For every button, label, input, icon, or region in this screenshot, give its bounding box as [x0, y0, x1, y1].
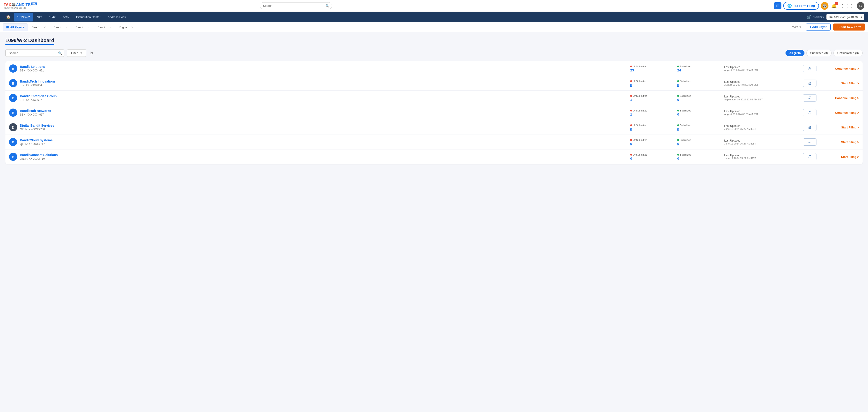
- payer-id: QIEIN: XX-XXX7719: [20, 157, 628, 160]
- pill-submitted[interactable]: Submitted (3): [806, 50, 832, 56]
- nav-item-address[interactable]: Address Book: [104, 13, 129, 22]
- dot-green-icon: [677, 154, 679, 155]
- nav-item-distribution[interactable]: Distribution Center: [73, 13, 104, 22]
- more-tabs-button[interactable]: More ▾: [789, 24, 803, 30]
- brand-avatar: 🦝: [821, 2, 829, 10]
- filter-pills-group: All (428) Submitted (3) UnSubmitted (3): [785, 50, 863, 56]
- payer-name-link[interactable]: BanditTech Innovations: [20, 80, 56, 83]
- submitted-count[interactable]: 0: [677, 142, 722, 146]
- action-link[interactable]: Start Filing >: [818, 126, 859, 129]
- grid-apps-button[interactable]: ⊞: [774, 2, 781, 9]
- last-updated: Last Updated August 29 2024 09:02 AM EST: [724, 66, 801, 71]
- tab-label-5: Digita...: [119, 26, 129, 29]
- table-row: D Digital Bandit Services QIEIN: XX-XXX7…: [5, 120, 863, 135]
- tab-close-2[interactable]: ✕: [65, 26, 68, 29]
- submitted-count[interactable]: 0: [677, 127, 722, 131]
- toolbar: 🔍 Filter ⊟ ↻ All (428) Submitted (3) UnS…: [5, 49, 863, 57]
- home-button[interactable]: 🏠: [4, 13, 13, 21]
- unsubmitted-count[interactable]: 0: [630, 156, 675, 160]
- last-updated: Last Updated June 12 2024 05:27 AM EST: [724, 124, 801, 130]
- submitted-count[interactable]: 24: [677, 68, 722, 72]
- submitted-count[interactable]: 0: [677, 98, 722, 101]
- tab-close-1[interactable]: ✕: [43, 26, 46, 29]
- apps-grid-button[interactable]: ⋮⋮⋮: [839, 2, 855, 9]
- action-link[interactable]: Continue Filing >: [818, 67, 859, 70]
- tab-bandi-3[interactable]: Bandi... ✕: [72, 24, 94, 31]
- tab-all-payers-label: All Payers: [10, 26, 24, 29]
- tab-bandi-2[interactable]: Bandi... ✕: [50, 24, 72, 31]
- submitted-count[interactable]: 0: [677, 112, 722, 116]
- payer-name-link[interactable]: Bandit Solutions: [20, 65, 45, 68]
- print-button[interactable]: 🖨: [803, 138, 816, 146]
- grid-icon: ⊞: [6, 25, 9, 29]
- print-button[interactable]: 🖨: [803, 94, 816, 101]
- nav-item-1042[interactable]: 1042: [46, 13, 59, 22]
- print-button[interactable]: 🖨: [803, 109, 816, 116]
- top-search-input[interactable]: [260, 2, 332, 9]
- action-link[interactable]: Start Filing >: [818, 82, 859, 85]
- unsubmitted-count[interactable]: 1: [630, 112, 675, 116]
- tab-bandi-4[interactable]: Bandi... ✕: [94, 24, 116, 31]
- print-button[interactable]: 🖨: [803, 124, 816, 131]
- pill-all[interactable]: All (428): [785, 50, 805, 56]
- nav-item-aca[interactable]: ACA: [60, 13, 72, 22]
- payer-name-link[interactable]: BanditCloud Systems: [20, 138, 53, 142]
- unsubmitted-count[interactable]: 0: [630, 142, 675, 146]
- print-button[interactable]: 🖨: [803, 65, 816, 72]
- tab-close-4[interactable]: ✕: [109, 26, 112, 29]
- avatar: B: [9, 94, 17, 102]
- dot-red-icon: [630, 139, 632, 141]
- start-new-form-button[interactable]: + Start New Form: [833, 24, 865, 31]
- print-button[interactable]: 🖨: [803, 153, 816, 160]
- filter-button[interactable]: Filter ⊟: [67, 49, 86, 57]
- submitted-count[interactable]: 0: [677, 156, 722, 160]
- payer-name-link[interactable]: Digital Bandit Services: [20, 124, 54, 127]
- table-row: B BanditTech Innovations EIN: XX-XXX4664…: [5, 76, 863, 91]
- avatar: B: [9, 79, 17, 87]
- refresh-button[interactable]: ↻: [89, 50, 94, 57]
- tab-all-payers[interactable]: ⊞ All Payers: [3, 23, 28, 31]
- unsubmitted-count[interactable]: 0: [630, 127, 675, 131]
- action-link[interactable]: Start Filing >: [818, 140, 859, 144]
- top-search-icon: 🔍: [326, 4, 329, 8]
- filter-label: Filter: [71, 51, 78, 55]
- tab-digita-1[interactable]: Digita... ✕: [116, 24, 137, 31]
- dot-red-icon: [630, 110, 632, 112]
- pill-unsubmitted[interactable]: UnSubmitted (3): [833, 50, 863, 56]
- search-icon: 🔍: [58, 51, 62, 55]
- nav-item-94x[interactable]: 94x: [34, 13, 45, 22]
- payer-name-link[interactable]: BanditConnect Solutions: [20, 153, 58, 157]
- unsubmitted-count[interactable]: 0: [630, 83, 675, 87]
- payer-info: BanditTech Innovations EIN: XX-XXX4664: [20, 80, 628, 87]
- submitted-status: Submitted 0: [677, 109, 722, 116]
- action-link[interactable]: Continue Filing >: [818, 111, 859, 114]
- action-link[interactable]: Start Filing >: [818, 155, 859, 158]
- user-avatar-button[interactable]: B: [857, 2, 864, 10]
- unsubmitted-count[interactable]: 1: [630, 98, 675, 101]
- tab-close-3[interactable]: ✕: [87, 26, 90, 29]
- unsubmitted-count[interactable]: 23: [630, 68, 675, 72]
- page-title: 1099/W-2 Dashboard: [5, 37, 54, 45]
- notifications-button[interactable]: 🔔 0: [830, 2, 838, 9]
- payer-name-link[interactable]: Bandit Enterprise Group: [20, 94, 57, 98]
- payer-id: EIN: XX-XXX3627: [20, 98, 628, 101]
- tab-close-5[interactable]: ✕: [131, 26, 134, 29]
- tab-label-3: Bandi...: [75, 26, 86, 29]
- action-link[interactable]: Continue Filing >: [818, 96, 859, 100]
- nav-item-1099w2[interactable]: 1099/W-2: [14, 13, 33, 22]
- tab-bandi-1[interactable]: Bandi... ✕: [28, 24, 50, 31]
- tax-year-select[interactable]: Tax Year 2023 (Current): [827, 14, 864, 20]
- add-payer-button[interactable]: + Add Payer: [806, 24, 831, 31]
- submitted-count[interactable]: 0: [677, 83, 722, 87]
- unsubmitted-status: UnSubmitted 23: [630, 65, 675, 72]
- tax-form-filing-button[interactable]: 🌐 Tax Form Filing: [783, 2, 819, 10]
- last-updated: Last Updated August 09 2024 07:23 AM EST: [724, 80, 801, 86]
- globe-icon: 🌐: [787, 4, 792, 8]
- unsubmitted-status: UnSubmitted 0: [630, 139, 675, 146]
- submitted-status: Submitted 0: [677, 139, 722, 146]
- cart-button[interactable]: 🛒 0 orders: [807, 14, 824, 20]
- payer-name-link[interactable]: BanditHub Networks: [20, 109, 51, 113]
- print-button[interactable]: 🖨: [803, 80, 816, 87]
- payer-search-input[interactable]: [5, 49, 64, 57]
- unsubmitted-status: UnSubmitted 0: [630, 80, 675, 87]
